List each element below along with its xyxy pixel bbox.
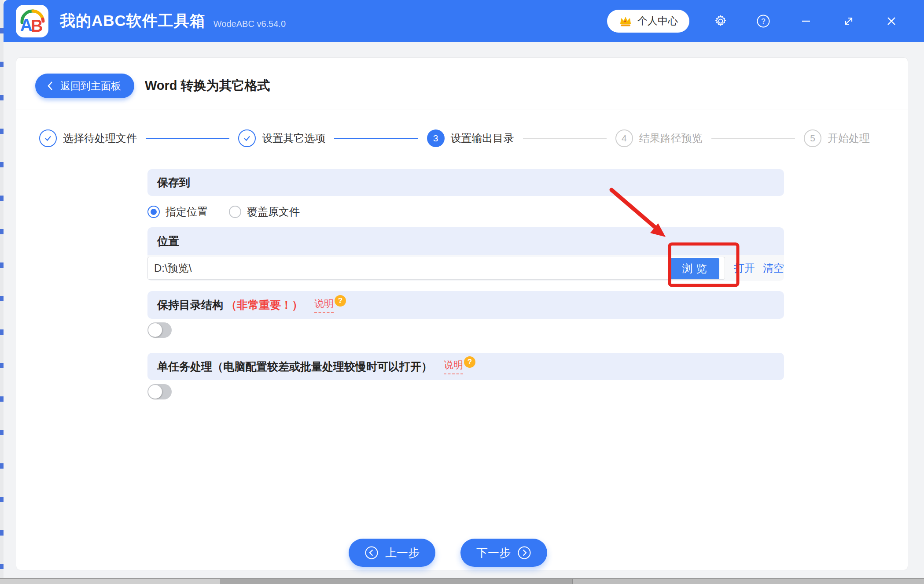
- step-check-icon: [39, 129, 57, 147]
- radio-icon: [147, 206, 160, 218]
- back-button-label: 返回到主面板: [60, 79, 121, 93]
- step-label: 开始处理: [828, 131, 870, 145]
- previous-step-label: 上一步: [385, 545, 420, 561]
- step-number: 3: [427, 129, 445, 147]
- toggle-knob: [148, 385, 162, 399]
- step-1-select-files: 选择待处理文件: [39, 129, 137, 147]
- step-label: 设置其它选项: [262, 131, 325, 145]
- svg-text:B: B: [31, 17, 43, 35]
- step-connector: [334, 138, 418, 139]
- personal-center-button[interactable]: 个人中心: [607, 10, 689, 33]
- open-folder-link[interactable]: 打开: [734, 261, 755, 275]
- settings-button[interactable]: [699, 0, 742, 42]
- close-button[interactable]: [870, 0, 913, 42]
- single-task-header: 单任务处理（电脑配置较差或批量处理较慢时可以打开）: [157, 359, 432, 374]
- crown-icon: [618, 15, 633, 27]
- back-to-main-button[interactable]: 返回到主面板: [35, 74, 134, 98]
- previous-step-button[interactable]: 上一步: [349, 539, 435, 567]
- save-to-header-band: 保存到: [147, 169, 784, 196]
- step-2-other-options: 设置其它选项: [238, 129, 325, 147]
- step-label: 设置输出目录: [451, 131, 514, 145]
- next-step-label: 下一步: [476, 545, 511, 561]
- keep-structure-header: 保持目录结构: [157, 298, 223, 312]
- svg-text:?: ?: [761, 17, 765, 26]
- background-window-sliver: [0, 0, 4, 584]
- important-note: （非常重要！）: [226, 298, 303, 312]
- gear-icon: [714, 15, 727, 28]
- chevron-left-icon: [47, 81, 53, 91]
- location-header-band: 位置: [147, 227, 784, 255]
- save-to-header: 保存到: [157, 175, 190, 190]
- app-title: 我的ABC软件工具箱: [60, 11, 206, 31]
- main-panel: 返回到主面板 Word 转换为其它格式 选择待处理文件 设置其它选项 3 设置输…: [16, 57, 908, 570]
- background-taskbar-segment: [220, 579, 572, 584]
- step-check-icon: [238, 129, 256, 147]
- circle-chevron-right-icon: [517, 546, 531, 560]
- background-taskbar-strip: [0, 578, 924, 584]
- location-header: 位置: [157, 234, 179, 248]
- step-5-start-processing: 5 开始处理: [804, 129, 870, 147]
- step-number: 5: [804, 129, 821, 147]
- divider: [16, 110, 908, 110]
- step-3-output-directory: 3 设置输出目录: [427, 129, 514, 147]
- single-task-help-link[interactable]: 说明: [444, 359, 463, 374]
- step-label: 选择待处理文件: [63, 131, 137, 145]
- browse-button[interactable]: 浏览: [670, 258, 719, 279]
- keep-structure-help-link[interactable]: 说明: [314, 297, 334, 313]
- step-4-result-preview: 4 结果路径预览: [615, 129, 703, 147]
- toggle-knob: [148, 323, 162, 337]
- minimize-icon: [800, 15, 812, 27]
- question-badge-icon[interactable]: ?: [335, 295, 346, 307]
- close-icon: [885, 15, 898, 27]
- single-task-toggle-off[interactable]: [147, 384, 172, 399]
- radio-label: 覆盖原文件: [247, 205, 300, 219]
- step-number: 4: [615, 129, 633, 147]
- next-step-button[interactable]: 下一步: [460, 539, 547, 567]
- save-to-options: 指定位置 覆盖原文件: [147, 196, 300, 227]
- location-input-row: 浏览 打开 清空: [147, 255, 784, 281]
- output-path-input[interactable]: [148, 262, 667, 274]
- wizard-steps: 选择待处理文件 设置其它选项 3 设置输出目录 4 结果路径预览 5 开始处理: [39, 125, 870, 152]
- single-task-band: 单任务处理（电脑配置较差或批量处理较慢时可以打开） 说明 ?: [147, 353, 784, 380]
- minimize-button[interactable]: [784, 0, 827, 42]
- circle-chevron-left-icon: [364, 546, 379, 560]
- app-version: WodeABC v6.54.0: [214, 19, 286, 29]
- keep-structure-toggle-off[interactable]: [147, 322, 172, 338]
- expand-icon: [843, 15, 855, 27]
- radio-icon: [229, 206, 241, 218]
- titlebar: A B 我的ABC软件工具箱 WodeABC v6.54.0 个人中心 ?: [4, 0, 924, 42]
- radio-overwrite-original[interactable]: 覆盖原文件: [229, 205, 300, 219]
- step-label: 结果路径预览: [639, 131, 703, 145]
- clear-path-link[interactable]: 清空: [763, 261, 784, 275]
- maximize-button[interactable]: [827, 0, 870, 42]
- path-field-wrap: 浏览: [147, 257, 725, 280]
- radio-label: 指定位置: [166, 205, 208, 219]
- radio-specified-location[interactable]: 指定位置: [147, 205, 208, 219]
- page-title: Word 转换为其它格式: [145, 77, 270, 95]
- question-badge-icon[interactable]: ?: [464, 356, 475, 368]
- step-connector: [711, 138, 795, 139]
- background-taskbar-segment: [572, 579, 924, 584]
- step-connector: [523, 138, 607, 139]
- app-logo-icon: A B: [16, 5, 48, 37]
- help-icon: ?: [756, 14, 770, 28]
- personal-center-label: 个人中心: [637, 14, 678, 28]
- step-connector: [146, 138, 229, 139]
- keep-structure-band: 保持目录结构 （非常重要！） 说明 ?: [147, 291, 784, 319]
- help-button[interactable]: ?: [742, 0, 784, 42]
